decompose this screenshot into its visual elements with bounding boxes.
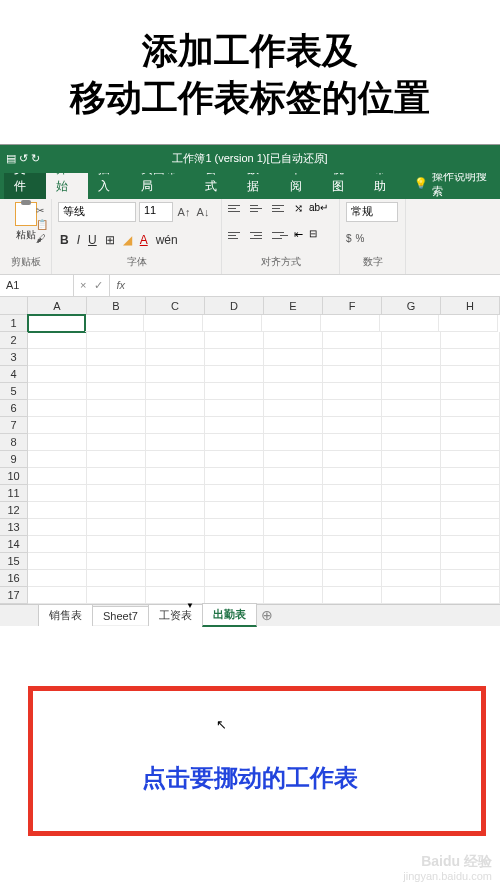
cell[interactable] [87, 587, 146, 604]
cell[interactable] [28, 332, 87, 349]
row-header[interactable]: 8 [0, 434, 28, 451]
col-header[interactable]: B [87, 297, 146, 314]
col-header[interactable]: F [323, 297, 382, 314]
cell[interactable] [264, 468, 323, 485]
cell[interactable] [323, 553, 382, 570]
cell[interactable] [28, 383, 87, 400]
align-bottom-icon[interactable] [272, 202, 288, 216]
cell[interactable] [146, 502, 205, 519]
cell[interactable] [28, 417, 87, 434]
cell[interactable] [264, 587, 323, 604]
cell[interactable] [441, 570, 500, 587]
cell[interactable] [323, 451, 382, 468]
cell[interactable] [323, 366, 382, 383]
cell[interactable] [382, 485, 441, 502]
currency-icon[interactable]: $ [346, 233, 352, 244]
cell[interactable] [382, 383, 441, 400]
cell[interactable] [382, 502, 441, 519]
cell[interactable] [264, 366, 323, 383]
cell[interactable] [441, 434, 500, 451]
font-color-button[interactable]: A [138, 233, 150, 247]
border-button[interactable]: ⊞ [103, 233, 117, 247]
bold-button[interactable]: B [58, 233, 71, 247]
cell[interactable] [441, 349, 500, 366]
cell[interactable] [382, 570, 441, 587]
sheet-tab-sales[interactable]: 销售表 [38, 604, 93, 626]
cut-icon[interactable]: ✂ [36, 205, 48, 216]
cell[interactable] [146, 332, 205, 349]
cell[interactable] [264, 383, 323, 400]
cell[interactable] [146, 451, 205, 468]
cell[interactable] [87, 349, 146, 366]
fill-color-button[interactable]: ◢ [121, 233, 134, 247]
cell[interactable] [87, 468, 146, 485]
select-all-corner[interactable] [0, 297, 28, 314]
sheet-tab-salary[interactable]: 工资表 [148, 604, 203, 626]
cell[interactable] [264, 553, 323, 570]
align-left-icon[interactable] [228, 228, 244, 242]
cell[interactable] [28, 400, 87, 417]
col-header[interactable]: A [28, 297, 87, 314]
cell[interactable] [382, 519, 441, 536]
cell[interactable] [87, 519, 146, 536]
merge-button[interactable]: ⊟ [309, 228, 317, 242]
cell[interactable] [441, 587, 500, 604]
cell[interactable] [264, 332, 323, 349]
cell[interactable] [441, 536, 500, 553]
cell[interactable] [146, 366, 205, 383]
underline-button[interactable]: U [86, 233, 99, 247]
align-middle-icon[interactable] [250, 202, 266, 216]
cell[interactable] [87, 332, 146, 349]
cell[interactable] [28, 485, 87, 502]
format-painter-icon[interactable]: 🖌 [36, 233, 48, 244]
row-header[interactable]: 2 [0, 332, 28, 349]
cell[interactable] [146, 383, 205, 400]
add-sheet-button[interactable]: ⊕ [256, 607, 278, 623]
font-size-select[interactable]: 11 [139, 202, 173, 222]
cell[interactable] [323, 400, 382, 417]
increase-font-icon[interactable]: A↑ [176, 204, 192, 220]
cell[interactable] [382, 587, 441, 604]
cell[interactable] [146, 519, 205, 536]
tell-me-search[interactable]: 💡操作说明搜索 [406, 169, 500, 199]
cell[interactable] [382, 468, 441, 485]
sheet-tab-attendance[interactable]: 出勤表 [202, 603, 257, 627]
cell[interactable] [441, 383, 500, 400]
cell[interactable] [441, 519, 500, 536]
row-header[interactable]: 9 [0, 451, 28, 468]
cell[interactable] [28, 570, 87, 587]
cell[interactable] [264, 502, 323, 519]
cell[interactable] [441, 417, 500, 434]
cell[interactable] [264, 570, 323, 587]
cell[interactable] [146, 468, 205, 485]
cell[interactable] [323, 349, 382, 366]
cell[interactable] [203, 315, 262, 332]
cell[interactable] [441, 332, 500, 349]
row-header[interactable]: 12 [0, 502, 28, 519]
cell[interactable] [323, 434, 382, 451]
cell[interactable] [28, 366, 87, 383]
col-header[interactable]: E [264, 297, 323, 314]
cell[interactable] [87, 502, 146, 519]
cell[interactable] [28, 451, 87, 468]
cell[interactable] [441, 400, 500, 417]
row-header[interactable]: 11 [0, 485, 28, 502]
formula-input[interactable] [131, 275, 500, 296]
fx-icon[interactable]: fx [110, 275, 131, 296]
cell[interactable] [264, 417, 323, 434]
cell[interactable] [323, 502, 382, 519]
cell[interactable] [382, 434, 441, 451]
cell[interactable] [441, 553, 500, 570]
cell[interactable] [264, 451, 323, 468]
enter-icon[interactable]: ✓ [94, 279, 103, 292]
row-header[interactable]: 6 [0, 400, 28, 417]
cell[interactable] [323, 587, 382, 604]
cell[interactable] [205, 519, 264, 536]
cell[interactable] [323, 383, 382, 400]
row-header[interactable]: 14 [0, 536, 28, 553]
cell[interactable] [323, 536, 382, 553]
cell[interactable] [205, 349, 264, 366]
cell[interactable] [28, 434, 87, 451]
cell[interactable] [264, 434, 323, 451]
cell[interactable] [323, 332, 382, 349]
